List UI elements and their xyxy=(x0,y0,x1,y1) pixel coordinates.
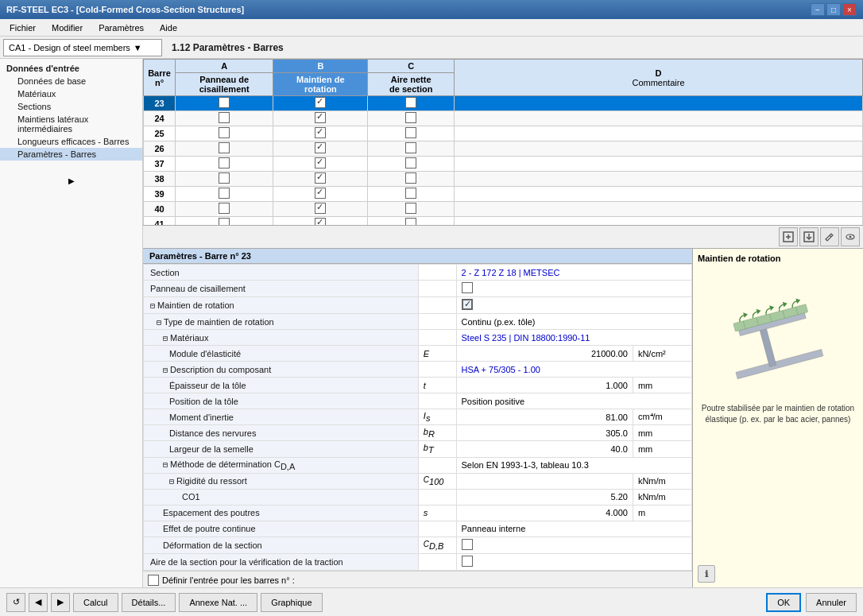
expand-type-btn[interactable]: ⊟ xyxy=(157,318,161,327)
expand-desc-btn[interactable]: ⊟ xyxy=(163,366,168,374)
sidebar-item-donnees-base[interactable]: Données de base xyxy=(0,75,142,87)
param-symbol-desc xyxy=(418,362,456,378)
col-c-cell[interactable] xyxy=(368,96,455,111)
checkbox-cisaillement-24[interactable] xyxy=(219,112,230,123)
svg-rect-8 xyxy=(736,350,823,379)
calcul-button[interactable]: Calcul xyxy=(73,593,118,612)
checkbox-aire-25[interactable] xyxy=(405,127,416,138)
param-label-co1: CO1 xyxy=(144,489,419,505)
checkbox-rotation-26[interactable] xyxy=(315,142,326,153)
nav-btn-3[interactable]: ▶ xyxy=(51,593,70,612)
nav-btn-1[interactable]: ↺ xyxy=(6,593,25,612)
checkbox-aire-detail[interactable] xyxy=(462,556,473,567)
content-area: Barren° A B C DCommentaire Panneau decis… xyxy=(143,59,863,587)
checkbox-aire-41[interactable] xyxy=(405,218,416,226)
ok-button[interactable]: OK xyxy=(766,593,801,612)
expand-methode-btn[interactable]: ⊟ xyxy=(163,460,168,469)
checkbox-cisaillement-39[interactable] xyxy=(219,188,230,199)
export-btn-2[interactable] xyxy=(799,227,818,246)
cancel-button[interactable]: Annuler xyxy=(806,593,857,612)
expand-maintien-btn[interactable]: ⊟ xyxy=(150,301,155,310)
close-button[interactable]: × xyxy=(842,3,857,16)
expand-materiaux-btn[interactable]: ⊟ xyxy=(163,334,168,343)
param-row-inertie: Moment d'inertie Is 81.00 cm⁴/m xyxy=(144,409,692,425)
checkbox-rotation-41[interactable] xyxy=(315,218,326,226)
checkbox-rotation-24[interactable] xyxy=(315,112,326,123)
expand-rigidite-btn[interactable]: ⊟ xyxy=(169,477,174,486)
checkbox-maintien-detail[interactable] xyxy=(462,299,473,310)
param-value-section: 2 - Z 172 Z 18 | METSEC xyxy=(456,265,691,281)
checkbox-cisaillement-38[interactable] xyxy=(219,172,230,184)
checkbox-cisaillement-23[interactable] xyxy=(219,97,230,108)
table-row[interactable]: 37 xyxy=(144,157,863,172)
checkbox-rotation-37[interactable] xyxy=(315,157,326,169)
details-button[interactable]: Détails... xyxy=(122,593,176,612)
table-row[interactable]: 39 xyxy=(144,187,863,202)
nav-btn-2[interactable]: ◀ xyxy=(29,593,48,612)
eye-btn[interactable] xyxy=(841,227,860,246)
menu-modifier[interactable]: Modifier xyxy=(45,21,89,34)
param-value-panneau[interactable] xyxy=(456,281,691,297)
checkbox-rotation-39[interactable] xyxy=(315,188,326,199)
footer: ↺ ◀ ▶ Calcul Détails... Annexe Nat. ... … xyxy=(0,587,863,616)
checkbox-aire-37[interactable] xyxy=(405,157,416,169)
col-d-header: DCommentaire xyxy=(455,60,863,96)
param-value-module: 21000.00 xyxy=(456,346,633,362)
checkbox-cisaillement-37[interactable] xyxy=(219,157,230,169)
info-button[interactable]: ℹ xyxy=(698,565,715,583)
case-dropdown[interactable]: CA1 - Design of steel members ▼ xyxy=(3,39,162,56)
menu-parametres[interactable]: Paramètres xyxy=(92,21,150,34)
col-c-header: C xyxy=(368,60,455,73)
table-row[interactable]: 41 xyxy=(144,217,863,227)
checkbox-rotation-23[interactable] xyxy=(315,97,326,108)
checkbox-aire-39[interactable] xyxy=(405,188,416,199)
table-row[interactable]: 25 xyxy=(144,126,863,141)
table-row[interactable]: 40 xyxy=(144,202,863,217)
checkbox-rotation-38[interactable] xyxy=(315,172,326,184)
row-id: 40 xyxy=(144,202,176,217)
checkbox-aire-24[interactable] xyxy=(405,112,416,123)
checkbox-cisaillement-41[interactable] xyxy=(219,218,230,226)
checkbox-cisaillement-40[interactable] xyxy=(219,203,230,214)
graph-button[interactable]: Graphique xyxy=(261,593,322,612)
table-row[interactable]: 38 xyxy=(144,172,863,187)
checkbox-rotation-25[interactable] xyxy=(315,127,326,138)
param-label-position: Position de la tôle xyxy=(144,393,419,409)
sidebar-item-parametres[interactable]: Paramètres - Barres xyxy=(0,148,142,161)
sidebar-item-sections[interactable]: Sections xyxy=(0,100,142,113)
sidebar-item-maintiens[interactable]: Maintiens latéraux intermédiaires xyxy=(0,113,142,135)
col-a-cell[interactable] xyxy=(176,96,273,111)
param-unit-nervures: mm xyxy=(633,425,691,441)
checkbox-cisaillement-25[interactable] xyxy=(219,127,230,138)
checkbox-define[interactable] xyxy=(148,575,159,586)
checkbox-aire-26[interactable] xyxy=(405,142,416,153)
checkbox-cisaillement-26[interactable] xyxy=(219,142,230,153)
sidebar-scroll-right[interactable]: ▶ xyxy=(0,176,142,185)
annexe-button[interactable]: Annexe Nat. ... xyxy=(179,593,257,612)
export-btn-1[interactable] xyxy=(779,227,798,246)
menu-fichier[interactable]: Fichier xyxy=(3,21,42,34)
checkbox-aire-38[interactable] xyxy=(405,172,416,184)
col-b-cell[interactable] xyxy=(273,96,368,111)
sidebar-item-longueurs[interactable]: Longueurs efficaces - Barres xyxy=(0,135,142,148)
maximize-button[interactable]: □ xyxy=(826,3,841,16)
param-label-inertie: Moment d'inertie xyxy=(144,409,419,425)
checkbox-panneau-detail[interactable] xyxy=(462,282,473,293)
table-row[interactable]: 23 xyxy=(144,96,863,111)
checkbox-rotation-40[interactable] xyxy=(315,203,326,214)
checkbox-aire-23[interactable] xyxy=(405,97,416,108)
table-row[interactable]: 26 xyxy=(144,141,863,157)
table-row[interactable]: 24 xyxy=(144,111,863,126)
row-id: 41 xyxy=(144,217,176,227)
param-value-aire[interactable] xyxy=(456,553,691,570)
param-unit-semelle: mm xyxy=(633,441,691,457)
checkbox-deformation-detail[interactable] xyxy=(462,539,473,550)
sidebar-item-materiaux[interactable]: Matériaux xyxy=(0,87,142,100)
param-value-deformation[interactable] xyxy=(456,537,691,553)
param-label-nervures: Distance des nervures xyxy=(144,425,419,441)
param-value-maintien[interactable] xyxy=(456,297,691,314)
menu-aide[interactable]: Aide xyxy=(153,21,184,34)
checkbox-aire-40[interactable] xyxy=(405,203,416,214)
edit-btn[interactable] xyxy=(820,227,839,246)
minimize-button[interactable]: − xyxy=(811,3,825,16)
